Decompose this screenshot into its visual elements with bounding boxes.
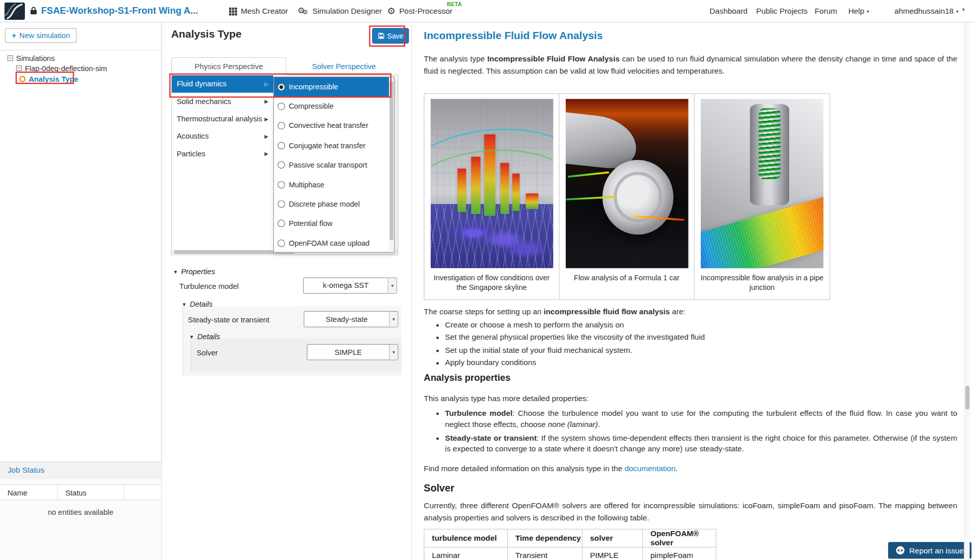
submenu-arrow-icon: ▶ (265, 151, 269, 156)
details-section-header-inner[interactable]: ▼ Details (189, 332, 220, 341)
radio-icon[interactable] (278, 201, 285, 208)
nav-simulation-designer[interactable]: ⚙⚙ Simulation Designer (298, 6, 382, 16)
radio-icon[interactable] (278, 103, 285, 110)
divider (0, 50, 162, 50)
nav-help-menu[interactable]: Help ▾ (848, 7, 869, 15)
solver-select[interactable]: SIMPLE ▾ (307, 344, 398, 360)
cfd-image-f1-car (565, 99, 688, 268)
nav-overflow-toggle[interactable]: ▾ (962, 7, 965, 12)
panel-title: Analysis Type (171, 28, 242, 41)
nav-forum-label: Forum (815, 7, 837, 15)
streamline-shape (568, 171, 609, 177)
column-header-status[interactable]: Status (58, 485, 124, 500)
cfd-image-pipe-junction (701, 99, 823, 268)
gears-icon: ⚙⚙ (298, 6, 309, 16)
logo-icon (5, 3, 25, 20)
radio-icon[interactable] (278, 240, 285, 247)
table-header-row: turbulence model Time dependency solver … (424, 529, 716, 547)
save-icon (378, 32, 384, 39)
nav-post-processor-label: Post-Processor (399, 7, 452, 15)
nav-public-projects[interactable]: Public Projects (756, 7, 807, 15)
analysis-option-multiphase[interactable]: Multiphase (274, 175, 394, 194)
properties-label: Properties (181, 268, 215, 276)
steady-transient-select[interactable]: Steady-state ▾ (304, 311, 398, 327)
app-logo[interactable] (5, 3, 25, 22)
save-button[interactable]: Save (372, 28, 409, 44)
text-run: The coarse steps for setting up an (424, 307, 544, 316)
collapse-triangle-icon: ▼ (182, 302, 187, 307)
steps-intro: The coarse steps for setting up an incom… (424, 306, 957, 318)
solver-heading: Solver (424, 483, 454, 494)
collapse-icon[interactable]: − (8, 55, 13, 61)
text-run: . (675, 464, 677, 473)
tab-physics-perspective[interactable]: Physics Perspective (171, 57, 286, 76)
nav-public-projects-label: Public Projects (756, 7, 807, 15)
text-run-bold: incompressible fluid flow analysis (543, 307, 670, 316)
physics-menu-item-solid-mechanics[interactable]: Solid mechanics ▶ (172, 93, 273, 110)
nav-mesh-creator[interactable]: Mesh Creator (229, 7, 288, 15)
analysis-option-conjugate-heat-transfer[interactable]: Conjugate heat transfer (274, 136, 394, 155)
intro-paragraph: The analysis type Incompressible Fluid F… (424, 53, 957, 77)
project-title-bar[interactable]: FSAE-Workshop-S1-Front Wing A... (30, 5, 198, 16)
minus-glyph: − (9, 56, 12, 61)
physics-menu: Fluid dynamics ▷ Solid mechanics ▶ Therm… (171, 75, 398, 255)
analysis-option-compressible[interactable]: Compressible (274, 96, 394, 116)
submenu-scrollbar[interactable] (389, 77, 394, 252)
tree-label-simulation-run[interactable]: Flap-0deg-deflection-sim (25, 64, 107, 73)
page-scrollbar[interactable] (964, 22, 969, 560)
tree-item-analysis-type[interactable]: Analysis Type (19, 74, 78, 83)
tree-label-analysis-type[interactable]: Analysis Type (28, 74, 78, 83)
column-header-name[interactable]: Name (0, 485, 58, 500)
table-cell: PIMPLE (582, 547, 643, 560)
radio-icon[interactable] (278, 181, 285, 188)
analysis-option-potential-flow[interactable]: Potential flow (274, 214, 394, 233)
physics-menu-item-thermostructural[interactable]: Thermostructural analysis ▶ (172, 110, 273, 127)
status-circle-icon (19, 76, 25, 82)
solver-label: Solver (197, 348, 218, 357)
new-simulation-button[interactable]: + New simulation (5, 28, 77, 43)
project-title[interactable]: FSAE-Workshop-S1-Front Wing A... (41, 5, 198, 16)
scrollbar-thumb[interactable] (389, 81, 393, 240)
text-run-bold: Steady-state or transient (445, 434, 537, 442)
physics-menu-item-fluid-dynamics[interactable]: Fluid dynamics ▷ (172, 75, 273, 92)
job-status-table-header: Name Status (0, 484, 161, 500)
tree-item-simulations[interactable]: − Simulations (8, 53, 55, 62)
nav-dashboard[interactable]: Dashboard (709, 7, 748, 15)
documentation-link[interactable]: documentation (625, 464, 676, 473)
menu-label: Particles (177, 149, 205, 158)
eye-icon (896, 546, 905, 555)
tree-item-simulation-run[interactable]: − Flap-0deg-deflection-sim (16, 63, 107, 73)
tree-label-simulations[interactable]: Simulations (16, 54, 55, 62)
details-section-header[interactable]: ▼ Details (182, 300, 213, 309)
analysis-option-convective-heat-transfer[interactable]: Convective heat transfer (274, 116, 394, 136)
nav-user-menu[interactable]: ahmedhussain18 ▾ (894, 7, 959, 15)
option-label: Compressible (289, 102, 334, 111)
table-header: solver (582, 529, 643, 547)
submenu-arrow-icon: ▶ (265, 98, 269, 104)
collapse-icon[interactable]: − (16, 65, 22, 71)
properties-section-header[interactable]: ▼ Properties (173, 268, 215, 276)
nav-forum[interactable]: Forum (815, 7, 837, 15)
menu-label: Fluid dynamics (177, 80, 226, 88)
nav-post-processor[interactable]: ⚙ Post-Processor BETA (387, 6, 452, 15)
minus-glyph: − (18, 65, 21, 71)
analysis-option-passive-scalar-transport[interactable]: Passive scalar transport (274, 155, 394, 175)
scrollbar-thumb[interactable] (965, 386, 970, 410)
tab-solver-perspective[interactable]: Solver Perspective (286, 57, 402, 76)
physics-menu-item-particles[interactable]: Particles ▶ (172, 145, 273, 162)
turbulence-model-select[interactable]: k-omega SST ▾ (303, 278, 397, 294)
table-cell: Transient (507, 547, 582, 560)
turbulence-model-value: k-omega SST (304, 281, 387, 290)
radio-icon[interactable] (278, 142, 285, 149)
analysis-option-incompressible[interactable]: Incompressible (274, 77, 394, 96)
report-issue-button[interactable]: Report an issue (888, 542, 971, 558)
radio-icon[interactable] (278, 161, 285, 169)
radio-icon[interactable] (278, 220, 285, 227)
analysis-option-discrete-phase-model[interactable]: Discrete phase model (274, 194, 394, 214)
analysis-option-openfoam-case-upload[interactable]: OpenFOAM case upload (274, 234, 394, 253)
details-label: Details (197, 332, 220, 341)
radio-icon[interactable] (278, 122, 285, 130)
physics-menu-item-acoustics[interactable]: Acoustics ▶ (172, 127, 273, 145)
option-label: OpenFOAM case upload (289, 239, 370, 247)
radio-checked-icon[interactable] (278, 83, 285, 91)
